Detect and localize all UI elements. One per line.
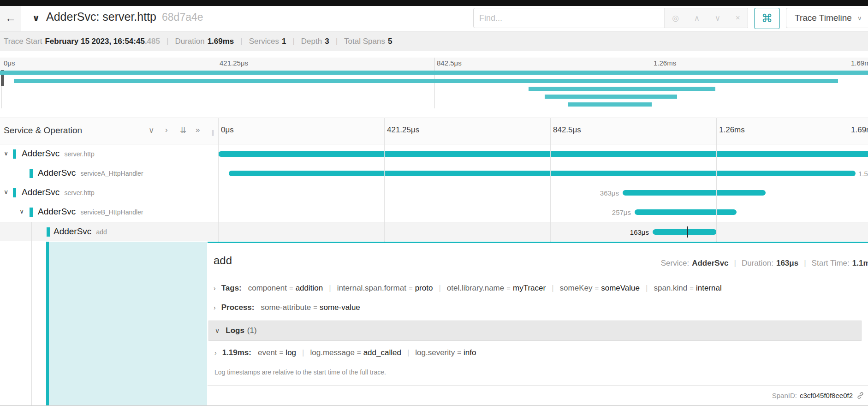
row-service-name[interactable]: AdderSvcadd — [54, 226, 107, 237]
kv-equals: = — [690, 284, 694, 292]
page-title: AdderSvc: server.http68d7a4e — [46, 10, 203, 24]
locate-icon[interactable]: ◎ — [672, 13, 679, 23]
logs-count: (1) — [247, 326, 257, 335]
column-resize-handle[interactable]: ∥ — [211, 129, 215, 136]
span-detail-panel: add Service:AdderSvc|Duration:163μs|Star… — [208, 242, 868, 405]
selected-span-highlight-column — [49, 242, 207, 405]
row-service-name[interactable]: AdderSvcserver.http — [22, 149, 95, 159]
span-row[interactable]: ∨AdderSvcserver.http — [0, 144, 868, 164]
info-separator: | — [240, 37, 242, 46]
kv-key: some-attribute — [261, 303, 311, 312]
row-service-name[interactable]: AdderSvcserviceA_HttpHandler — [38, 168, 143, 178]
row-service-name[interactable]: AdderSvcserver.http — [22, 187, 95, 197]
kv-separator: | — [439, 284, 440, 292]
row-span-bar[interactable] — [635, 209, 737, 215]
detail-footer-divider — [208, 385, 868, 386]
row-duration-label: 363μs — [600, 189, 619, 197]
meta-label: Start Time: — [812, 259, 850, 267]
copy-link-icon[interactable] — [856, 392, 864, 399]
trace-info-bar: Trace StartFebruary 15 2023, 16:54:45.48… — [0, 31, 868, 51]
row-operation-name: add — [96, 228, 107, 236]
span-row[interactable]: AdderSvcadd163μs — [0, 222, 868, 241]
kv-separator: | — [302, 348, 304, 357]
minimap-span-bar[interactable] — [529, 87, 715, 91]
info-label: Total Spans — [344, 37, 385, 46]
timeline-minimap[interactable]: 0μs421.25μs842.5μs1.26ms1.69ms — [0, 51, 868, 108]
minimap-span-bar[interactable] — [568, 102, 652, 107]
kv-value: log — [285, 348, 296, 357]
trace-collapse-chevron-icon[interactable]: ∨ — [32, 12, 40, 24]
collapse-all-icon[interactable]: ⇊ — [180, 125, 186, 135]
row-duration-label: 163μs — [630, 228, 649, 236]
logs-label: Logs — [226, 326, 244, 335]
info-value: 5 — [388, 37, 392, 46]
command-icon: ⌘ — [761, 12, 773, 25]
minimap-tick-label: 0μs — [4, 59, 15, 67]
tags-row[interactable]: ›Tags:component=addition|internal.span.f… — [214, 284, 722, 293]
tree-guide-line — [31, 222, 32, 405]
log-entry-row[interactable]: ›1.19ms:event=log|log.message=add_called… — [214, 348, 476, 357]
minimap-gridline — [434, 58, 434, 108]
chevron-right-icon[interactable]: › — [214, 285, 216, 292]
process-row[interactable]: ›Process:some-attribute=some-value — [214, 303, 360, 312]
logs-accordion-header[interactable]: ∨ Logs (1) — [208, 321, 862, 341]
row-span-bar[interactable] — [218, 151, 868, 157]
kv-equals: = — [279, 349, 284, 357]
kv-key: event — [258, 348, 277, 357]
log-event-marker[interactable] — [687, 226, 688, 238]
meta-label: Duration: — [742, 259, 773, 267]
info-value: 1.69ms — [208, 37, 234, 46]
span-row[interactable]: AdderSvcserviceA_HttpHandler1.59ms — [0, 164, 868, 183]
keyboard-shortcuts-button[interactable]: ⌘ — [754, 8, 780, 29]
row-operation-name: server.http — [64, 189, 94, 196]
row-span-bar[interactable] — [623, 190, 766, 196]
section-label: Tags: — [221, 284, 242, 292]
collapse-one-icon[interactable]: ∨ — [149, 125, 154, 135]
timeline-tick-label: 421.25μs — [387, 125, 419, 135]
row-span-bar[interactable] — [229, 171, 856, 176]
kv-value: internal — [696, 284, 722, 292]
info-label: Depth — [301, 37, 322, 46]
row-chevron-down-icon[interactable]: ∨ — [19, 208, 24, 215]
span-row[interactable]: ∨AdderSvcserviceB_HttpHandler257μs — [0, 202, 868, 222]
chevron-right-icon[interactable]: › — [214, 304, 216, 311]
span-row[interactable]: ∨AdderSvcserver.http363μs — [0, 183, 868, 202]
row-span-bar[interactable] — [653, 229, 717, 235]
detail-divider — [214, 276, 862, 276]
clear-search-icon[interactable]: × — [736, 13, 740, 23]
kv-key: log.severity — [415, 348, 455, 357]
row-service-name[interactable]: AdderSvcserviceB_HttpHandler — [38, 207, 143, 217]
find-icon-group: ◎ ∧ ∨ × — [664, 8, 748, 28]
timeline-tick-label: 1.26ms — [719, 125, 745, 135]
find-box: ◎ ∧ ∨ × — [473, 8, 748, 28]
row-duration-label: 1.59ms — [858, 170, 868, 178]
minimap-tick-label: 842.5μs — [437, 59, 462, 67]
minimap-span-bar[interactable] — [0, 71, 868, 75]
timeline-gridline — [716, 118, 717, 242]
info-label: Duration — [175, 37, 204, 46]
trace-timeline-page: ← ∨ AdderSvc: server.http68d7a4e ◎ ∧ ∨ ×… — [0, 0, 868, 410]
meta-separator: | — [734, 259, 736, 267]
expand-one-icon[interactable]: › — [165, 125, 168, 135]
chevron-down-icon: ∨ — [215, 327, 220, 334]
previous-result-icon[interactable]: ∧ — [694, 13, 700, 23]
row-operation-name: serviceB_HttpHandler — [80, 208, 143, 216]
minimap-span-bar[interactable] — [14, 79, 838, 83]
next-result-icon[interactable]: ∨ — [715, 13, 720, 23]
row-chevron-down-icon[interactable]: ∨ — [4, 188, 8, 196]
kv-key: component — [248, 284, 287, 292]
expand-all-icon[interactable]: » — [196, 125, 200, 135]
kv-value: addition — [296, 284, 323, 292]
row-operation-name: server.http — [64, 150, 94, 158]
top-black-bar — [0, 0, 868, 6]
meta-separator: | — [804, 259, 806, 267]
row-chevron-down-icon[interactable]: ∨ — [4, 149, 8, 157]
kv-equals: = — [595, 284, 599, 292]
find-input[interactable] — [474, 8, 668, 28]
view-selector-dropdown[interactable]: Trace Timeline ∨ — [786, 8, 868, 28]
chevron-right-icon[interactable]: › — [214, 349, 217, 357]
info-value: February 15 2023, 16:54:45 — [45, 37, 144, 46]
minimap-span-bar[interactable] — [545, 95, 677, 99]
row-color-bar — [47, 227, 50, 237]
row-color-bar — [30, 169, 33, 178]
